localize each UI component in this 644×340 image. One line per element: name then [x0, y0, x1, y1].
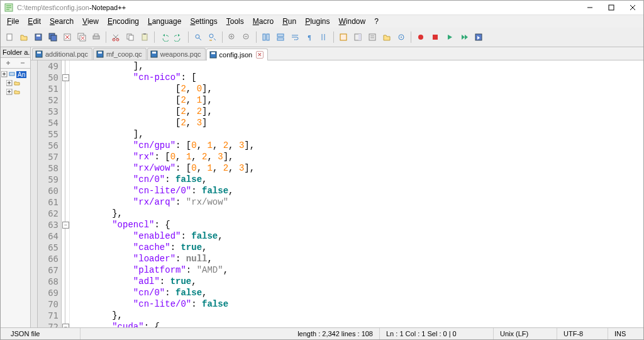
tree-row[interactable]: [1, 79, 30, 88]
paste-button[interactable]: [138, 30, 152, 44]
code-line[interactable]: "cn-lite/0": false,: [70, 185, 643, 196]
code-line[interactable]: "platform": "AMD",: [70, 264, 643, 276]
code-line[interactable]: "adl": true,: [70, 276, 643, 287]
code-line[interactable]: "rx": [0, 1, 2, 3],: [70, 151, 643, 162]
menu-file[interactable]: File: [3, 16, 23, 26]
copy-button[interactable]: [123, 30, 137, 44]
code-line[interactable]: "rx/wow": [0, 1, 2, 3],: [70, 162, 643, 174]
close-button[interactable]: [622, 1, 643, 14]
code-line[interactable]: },: [70, 310, 643, 321]
code-line[interactable]: "opencl": {: [70, 219, 643, 230]
menu-view[interactable]: View: [79, 16, 103, 26]
code-line[interactable]: },: [70, 208, 643, 219]
menu-help[interactable]: ?: [370, 16, 382, 26]
monitor-button[interactable]: [394, 30, 408, 44]
ud-lang-button[interactable]: [336, 30, 350, 44]
undo-button[interactable]: [157, 30, 171, 44]
maximize-button[interactable]: [601, 1, 622, 14]
folder-workspace-button[interactable]: [380, 30, 394, 44]
status-position: Ln : 1 Col : 1 Sel : 0 | 0: [380, 328, 494, 339]
fold-column[interactable]: −−−: [62, 60, 70, 327]
code-line[interactable]: "cn/gpu": [0, 1, 2, 3],: [70, 140, 643, 151]
menu-macro[interactable]: Macro: [249, 16, 277, 26]
replace-button[interactable]: [206, 30, 219, 44]
expand-all-icon[interactable]: [19, 60, 26, 66]
doc-map-button[interactable]: [351, 30, 365, 44]
disk-icon: [150, 50, 158, 58]
status-insmode[interactable]: INS: [608, 328, 640, 339]
code-line[interactable]: "cuda": {: [70, 321, 643, 327]
code-line[interactable]: [2, 2],: [70, 106, 643, 117]
menubar: File Edit Search View Encoding Language …: [1, 15, 643, 28]
code-line[interactable]: "cn-lite/0": false: [70, 298, 643, 310]
folder-tree[interactable]: An: [1, 69, 30, 327]
play-macro-button[interactable]: [443, 30, 457, 44]
save-macro-button[interactable]: [472, 30, 486, 44]
menu-window[interactable]: Window: [335, 16, 370, 26]
code-line[interactable]: "cn-pico": [: [70, 72, 643, 83]
stop-macro-button[interactable]: [428, 30, 442, 44]
menu-settings[interactable]: Settings: [186, 16, 221, 26]
tab[interactable]: config.json✕: [206, 48, 269, 60]
fold-toggle[interactable]: −: [62, 324, 69, 327]
save-button[interactable]: [31, 30, 45, 44]
menu-edit[interactable]: Edit: [24, 16, 45, 26]
func-list-button[interactable]: [365, 30, 379, 44]
expand-icon: [6, 89, 13, 95]
tree-row[interactable]: An: [1, 70, 30, 79]
indent-guide-button[interactable]: [317, 30, 331, 44]
line-number-gutter: 4950515253545556575859606162636465666768…: [38, 60, 62, 327]
code-line[interactable]: ],: [70, 60, 643, 72]
sync-hscroll-button[interactable]: [274, 30, 287, 44]
menu-plugins[interactable]: Plugins: [301, 16, 333, 26]
menu-encoding[interactable]: Encoding: [104, 16, 143, 26]
tab[interactable]: additional.pqc: [32, 48, 92, 60]
save-all-button[interactable]: [46, 30, 60, 44]
tab-close-icon[interactable]: ✕: [256, 51, 264, 59]
tree-row[interactable]: [1, 88, 30, 96]
code-line[interactable]: "rx/arq": "rx/wow": [70, 196, 643, 208]
minimize-button[interactable]: [579, 1, 601, 14]
tab[interactable]: mf_coop.qc: [93, 48, 147, 60]
zoom-out-button[interactable]: [240, 30, 253, 44]
wordwrap-button[interactable]: [288, 30, 302, 44]
code-line[interactable]: [2, 3]: [70, 117, 643, 128]
code-line[interactable]: "cn/0": false,: [70, 287, 643, 298]
svg-rect-22: [129, 35, 133, 40]
print-button[interactable]: [89, 30, 103, 44]
redo-button[interactable]: [172, 30, 186, 44]
open-file-button[interactable]: [17, 30, 31, 44]
close-all-button[interactable]: [75, 30, 89, 44]
code-line[interactable]: [2, 1],: [70, 94, 643, 106]
new-file-button[interactable]: [3, 30, 16, 44]
svg-rect-51: [9, 72, 14, 76]
tab[interactable]: weapons.pqc: [147, 48, 206, 60]
editor[interactable]: 4950515253545556575859606162636465666768…: [31, 60, 643, 327]
collapse-all-icon[interactable]: [5, 60, 11, 66]
code-area[interactable]: ], "cn-pico": [ [2, 0], [2, 1], [2, 2], …: [70, 60, 643, 327]
sync-vscroll-button[interactable]: [259, 30, 273, 44]
status-encoding[interactable]: UTF-8: [557, 328, 608, 339]
svg-rect-5: [7, 34, 12, 40]
find-button[interactable]: [191, 30, 205, 44]
menu-search[interactable]: Search: [46, 16, 77, 26]
svg-rect-39: [340, 34, 347, 40]
code-line[interactable]: ],: [70, 128, 643, 140]
menu-language[interactable]: Language: [144, 16, 185, 26]
record-macro-button[interactable]: [414, 30, 428, 44]
code-line[interactable]: "cn/0": false,: [70, 174, 643, 185]
cut-button[interactable]: [109, 30, 123, 44]
fold-toggle[interactable]: −: [62, 74, 69, 81]
menu-tools[interactable]: Tools: [223, 16, 248, 26]
zoom-in-button[interactable]: [225, 30, 239, 44]
code-line[interactable]: "enabled": false,: [70, 230, 643, 242]
show-all-chars-button[interactable]: ¶: [303, 30, 316, 44]
status-eol[interactable]: Unix (LF): [494, 328, 557, 339]
menu-run[interactable]: Run: [279, 16, 300, 26]
close-file-button[interactable]: [60, 30, 74, 44]
code-line[interactable]: [2, 0],: [70, 83, 643, 94]
code-line[interactable]: "loader": null,: [70, 253, 643, 264]
code-line[interactable]: "cache": true,: [70, 242, 643, 253]
play-macro-multi-button[interactable]: [457, 30, 471, 44]
fold-toggle[interactable]: −: [62, 222, 69, 229]
